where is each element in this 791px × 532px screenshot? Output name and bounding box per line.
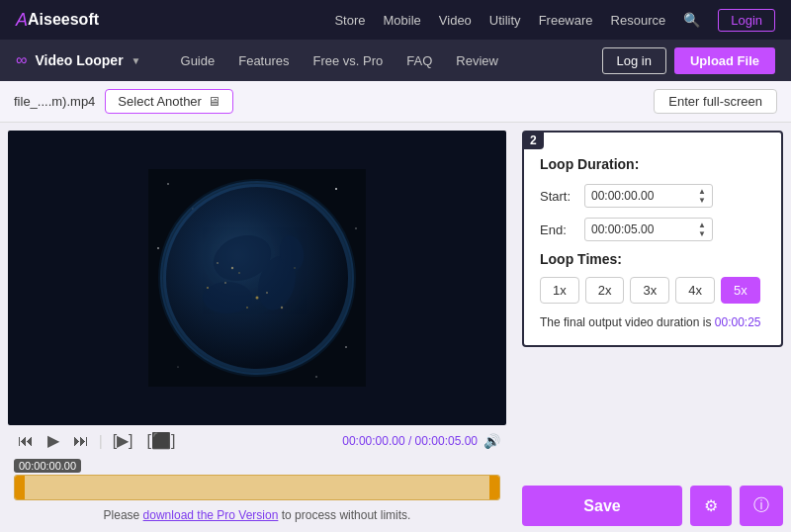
end-label: End:: [540, 222, 584, 237]
output-duration-text: The final output video duration is 00:00…: [540, 315, 765, 329]
nav-faq[interactable]: FAQ: [406, 53, 432, 68]
end-time-value: 00:00:05.00: [591, 222, 698, 236]
svg-point-6: [157, 247, 159, 249]
enter-fullscreen-button[interactable]: Enter full-screen: [654, 89, 777, 114]
time-display: 00:00:00.00 / 00:00:05.00: [342, 434, 478, 448]
logo-text: Aiseesoft: [28, 11, 99, 29]
svg-point-24: [207, 287, 209, 289]
loop-segment-button[interactable]: [▶]: [109, 429, 137, 452]
start-time-value: 00:00:00.00: [591, 189, 698, 203]
divider: |: [99, 433, 103, 449]
volume-icon[interactable]: 🔊: [483, 433, 500, 449]
end-spinners[interactable]: ▲ ▼: [698, 221, 706, 238]
logo-a-letter: A: [16, 10, 28, 31]
nav-utility[interactable]: Utility: [489, 13, 521, 28]
end-field-row: End: 00:00:05.00 ▲ ▼: [540, 218, 765, 241]
pro-notice: Please download the Pro Version to proce…: [8, 504, 506, 526]
logo: A Aiseesoft: [16, 10, 99, 31]
nav-features[interactable]: Features: [238, 53, 289, 68]
svg-point-22: [294, 267, 296, 269]
svg-point-23: [217, 262, 219, 264]
nav-free-vs-pro[interactable]: Free vs. Pro: [313, 53, 384, 68]
output-text: The final output video duration is: [540, 315, 715, 329]
loop-btn-1x[interactable]: 1x: [540, 277, 579, 304]
start-spinners[interactable]: ▲ ▼: [698, 187, 706, 205]
svg-point-20: [246, 307, 248, 309]
chevron-down-icon[interactable]: ▼: [132, 55, 141, 66]
loop-buttons-group: 1x 2x 3x 4x 5x: [540, 277, 765, 304]
file-name: file_....m).mp4: [14, 94, 95, 109]
right-panel: 2 Loop Duration: Start: 00:00:00.00 ▲ ▼ …: [514, 123, 791, 532]
svg-point-2: [167, 183, 169, 185]
video-controls: ⏮ ▶ ⏭ | [▶] [⬛] 00:00:00.00 / 00:00:05.0…: [8, 425, 506, 456]
svg-point-19: [266, 292, 268, 294]
start-spin-down[interactable]: ▼: [698, 196, 706, 205]
save-button[interactable]: Save: [522, 486, 682, 526]
video-panel: ⏮ ▶ ⏭ | [▶] [⬛] 00:00:00.00 / 00:00:05.0…: [0, 123, 514, 532]
loop-duration-title: Loop Duration:: [540, 156, 765, 172]
timeline-handle-right[interactable]: [489, 476, 499, 499]
upload-file-button[interactable]: Upload File: [674, 47, 775, 74]
box-number: 2: [523, 132, 544, 149]
select-another-button[interactable]: Select Another 🖥: [105, 89, 233, 114]
end-spin-down[interactable]: ▼: [698, 229, 706, 238]
start-time-input[interactable]: 00:00:00.00 ▲ ▼: [584, 184, 713, 208]
nav-freeware[interactable]: Freeware: [539, 13, 593, 28]
end-time-input[interactable]: 00:00:05.00 ▲ ▼: [584, 218, 713, 241]
video-container: [8, 131, 506, 425]
nav-guide[interactable]: Guide: [181, 53, 216, 68]
file-bar: file_....m).mp4 Select Another 🖥 Enter f…: [0, 81, 791, 123]
start-label: Start:: [540, 189, 584, 204]
login-button[interactable]: Login: [718, 9, 775, 32]
nav-resource[interactable]: Resource: [611, 13, 666, 28]
skip-forward-button[interactable]: ⏭: [69, 430, 93, 452]
save-area: Save ⚙ ⓘ: [522, 486, 783, 526]
loop-times-title: Loop Times:: [540, 251, 765, 267]
timeline-handle-left[interactable]: [15, 476, 25, 499]
svg-point-4: [335, 188, 337, 190]
skip-back-button[interactable]: ⏮: [14, 430, 38, 452]
monitor-icon: 🖥: [208, 94, 220, 109]
loop-btn-2x[interactable]: 2x: [585, 277, 625, 304]
crop-button[interactable]: [⬛]: [143, 429, 180, 452]
timeline-area: 00:00:00.00: [8, 456, 506, 504]
loop-icon: ∞: [16, 51, 27, 69]
loop-btn-3x[interactable]: 3x: [630, 277, 669, 304]
end-spin-up[interactable]: ▲: [698, 221, 706, 229]
svg-point-9: [315, 376, 316, 377]
nav-mobile[interactable]: Mobile: [384, 13, 421, 28]
settings-button[interactable]: ⚙: [690, 486, 732, 526]
svg-point-21: [281, 307, 283, 309]
top-navbar: A Aiseesoft Store Mobile Video Utility F…: [0, 0, 791, 40]
start-spin-up[interactable]: ▲: [698, 187, 706, 196]
top-nav-links: Store Mobile Video Utility Freeware Reso…: [334, 9, 775, 32]
info-button[interactable]: ⓘ: [740, 486, 783, 526]
second-navbar: ∞ Video Looper ▼ Guide Features Free vs.…: [0, 40, 791, 81]
nav-review[interactable]: Review: [456, 53, 498, 68]
earth-visual: [148, 169, 366, 387]
start-field-row: Start: 00:00:00.00 ▲ ▼: [540, 184, 765, 208]
svg-point-15: [231, 267, 233, 269]
svg-point-17: [224, 282, 226, 284]
svg-point-16: [238, 272, 240, 274]
loop-btn-4x[interactable]: 4x: [675, 277, 715, 304]
search-icon[interactable]: 🔍: [683, 12, 700, 28]
svg-point-7: [345, 346, 347, 348]
timeline-bar[interactable]: [14, 475, 500, 500]
log-in-button[interactable]: Log in: [602, 47, 666, 74]
select-another-label: Select Another: [118, 94, 202, 109]
tool-brand: ∞ Video Looper ▼: [16, 51, 141, 69]
pro-version-link[interactable]: download the Pro Version: [143, 508, 279, 522]
svg-point-18: [256, 297, 259, 300]
timeline-time-label: 00:00:00.00: [14, 459, 81, 473]
play-button[interactable]: ▶: [44, 429, 63, 452]
svg-point-5: [355, 227, 356, 228]
nav-video[interactable]: Video: [439, 13, 472, 28]
nav-store[interactable]: Store: [334, 13, 365, 28]
file-bar-left: file_....m).mp4 Select Another 🖥: [14, 89, 233, 114]
tool-name: Video Looper: [35, 52, 123, 68]
main-content: ⏮ ▶ ⏭ | [▶] [⬛] 00:00:00.00 / 00:00:05.0…: [0, 123, 791, 532]
pro-notice-text: Please: [104, 508, 143, 522]
loop-settings-box: 2 Loop Duration: Start: 00:00:00.00 ▲ ▼ …: [522, 131, 783, 347]
loop-btn-5x[interactable]: 5x: [721, 277, 760, 304]
